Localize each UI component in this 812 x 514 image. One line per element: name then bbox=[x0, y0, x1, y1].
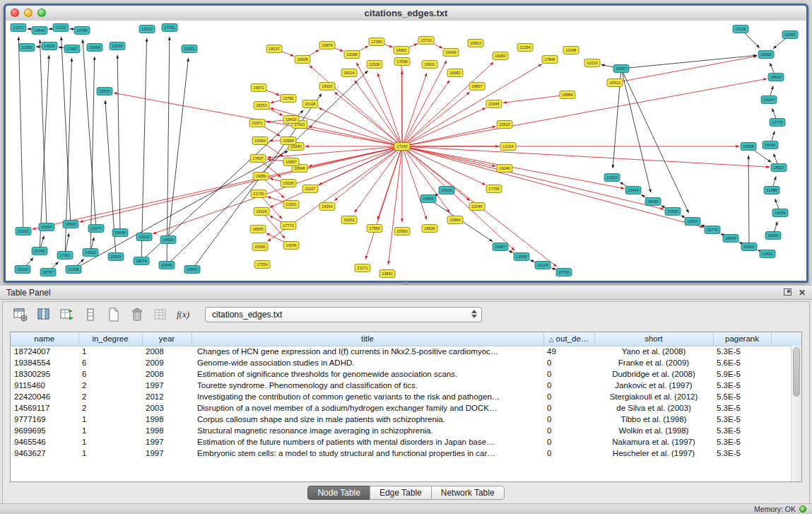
graph-node[interactable]: 22068 bbox=[344, 51, 360, 59]
graph-node[interactable]: 17497 bbox=[64, 45, 80, 53]
graph-node[interactable]: 13207 bbox=[685, 218, 700, 226]
graph-node[interactable]: 14642 bbox=[32, 27, 47, 35]
graph-node[interactable]: 12071 bbox=[11, 24, 26, 32]
graph-node[interactable]: 16630 bbox=[765, 232, 781, 240]
graph-node[interactable]: 20345 bbox=[486, 100, 502, 108]
graph-node[interactable]: 20683 bbox=[281, 137, 296, 145]
graph-node[interactable]: 17846 bbox=[542, 56, 558, 64]
graph-edge[interactable] bbox=[309, 127, 402, 146]
float-panel-icon[interactable] bbox=[784, 288, 792, 297]
graph-node[interactable]: 21536 bbox=[367, 61, 382, 69]
graph-node[interactable]: 17254 bbox=[254, 261, 270, 269]
graph-edge[interactable] bbox=[355, 81, 402, 146]
column-header-filler[interactable] bbox=[771, 332, 801, 346]
close-window-button[interactable] bbox=[11, 8, 19, 17]
graph-node[interactable]: 16920 bbox=[319, 83, 335, 90]
zoom-window-button[interactable] bbox=[37, 8, 46, 17]
graph-edge[interactable] bbox=[153, 146, 402, 234]
graph-node[interactable]: 14046 bbox=[283, 242, 299, 250]
graph-node[interactable]: 12164 bbox=[500, 143, 516, 151]
graph-node[interactable]: 12923 bbox=[604, 174, 620, 182]
table-import-icon[interactable] bbox=[58, 305, 76, 324]
new-file-icon[interactable] bbox=[105, 305, 123, 324]
table-row[interactable]: 911546021997Tourette syndrome. Phenomeno… bbox=[11, 380, 801, 391]
graph-node[interactable]: 18506 bbox=[63, 221, 78, 228]
graph-node[interactable]: 16216 bbox=[15, 266, 30, 274]
table-row[interactable]: 946362711997Embryonic stem cells: a mode… bbox=[11, 448, 801, 459]
tab-node-table[interactable]: Node Table bbox=[307, 486, 370, 500]
graph-node[interactable]: 20352 bbox=[182, 45, 197, 53]
column-header-in_degree[interactable]: in_degree bbox=[78, 332, 142, 346]
graph-node[interactable]: 13491 bbox=[760, 250, 775, 258]
graph-node[interactable]: 15782 bbox=[281, 95, 296, 103]
delete-icon[interactable] bbox=[128, 305, 146, 324]
graph-node[interactable]: 16251 bbox=[341, 216, 357, 224]
graph-node[interactable]: 21790 bbox=[32, 247, 47, 255]
graph-node[interactable]: 18253 bbox=[254, 102, 269, 110]
table-settings-icon[interactable] bbox=[11, 305, 30, 324]
graph-node[interactable]: 18137 bbox=[266, 45, 282, 53]
graph-node[interactable]: 15494 bbox=[625, 187, 641, 194]
graph-node[interactable]: 20449 bbox=[443, 49, 459, 57]
graph-node[interactable]: 21358 bbox=[66, 266, 81, 274]
table-scrollbar[interactable] bbox=[791, 346, 801, 481]
graph-edge[interactable] bbox=[402, 146, 495, 166]
graph-node[interactable]: 21488 bbox=[764, 187, 779, 194]
column-header-name[interactable]: name bbox=[11, 332, 78, 346]
graph-node[interactable]: 16382 bbox=[447, 69, 463, 77]
graph-node[interactable]: 21555 bbox=[782, 31, 798, 39]
graph-node[interactable]: 19874 bbox=[319, 42, 335, 49]
column-header-short[interactable]: short bbox=[594, 332, 713, 346]
graph-node[interactable]: 15523 bbox=[497, 121, 512, 129]
graph-node[interactable]: 18930 bbox=[422, 225, 437, 233]
graph-node[interactable]: 16224 bbox=[254, 208, 269, 216]
column-header-title[interactable]: title bbox=[192, 332, 543, 346]
graph-node[interactable]: 16671 bbox=[251, 84, 266, 92]
graph-node[interactable]: 20265 bbox=[16, 228, 31, 235]
graph-node[interactable]: 18787 bbox=[40, 269, 56, 276]
graph-node[interactable]: 22045 bbox=[469, 203, 485, 211]
graph-node[interactable]: 19356 bbox=[253, 173, 269, 180]
graph-node[interactable]: 14059 bbox=[772, 209, 788, 217]
graph-node[interactable]: 20920 bbox=[741, 243, 757, 251]
graph-node[interactable]: 15778 bbox=[705, 226, 720, 234]
graph-node[interactable]: 17781 bbox=[162, 24, 177, 32]
graph-node[interactable]: 20930 bbox=[252, 243, 268, 251]
graph-edge[interactable] bbox=[402, 107, 486, 146]
graph-node[interactable]: 18074 bbox=[134, 257, 149, 265]
graph-edge[interactable] bbox=[168, 58, 189, 240]
graph-node[interactable]: 15954 bbox=[447, 216, 463, 224]
graph-edge[interactable] bbox=[40, 55, 49, 251]
graph-node[interactable]: 15493 bbox=[252, 137, 268, 145]
graph-node[interactable]: 12355 bbox=[19, 44, 35, 52]
table-row[interactable]: 1938455462009Genome-wide association stu… bbox=[11, 357, 801, 368]
graph-node[interactable]: 18984 bbox=[560, 91, 575, 99]
graph-edge[interactable] bbox=[389, 146, 402, 264]
network-canvas[interactable]: 1724012164160461775522045159541893020560… bbox=[6, 21, 806, 281]
table-row[interactable]: 1456911722003Disruption of a novel membe… bbox=[11, 402, 801, 414]
graph-node[interactable]: 15934 bbox=[39, 223, 54, 231]
graph-node[interactable]: 11548 bbox=[563, 47, 579, 54]
graph-edge[interactable] bbox=[402, 78, 767, 146]
graph-node[interactable]: 18065 bbox=[645, 198, 661, 206]
graph-node[interactable]: 20636 bbox=[665, 208, 681, 216]
graph-node[interactable]: 20510 bbox=[97, 88, 112, 95]
table-row[interactable]: 969969511998Structural magnetic resonanc… bbox=[11, 425, 801, 436]
graph-node[interactable]: 20987 bbox=[493, 243, 508, 251]
graph-node[interactable]: 12639 bbox=[110, 42, 125, 50]
graph-node[interactable]: 16346 bbox=[763, 141, 778, 149]
graph-node[interactable]: 21167 bbox=[302, 185, 318, 193]
minimize-window-button[interactable] bbox=[24, 8, 33, 17]
graph-node[interactable]: 17240 bbox=[394, 143, 410, 151]
graph-node[interactable]: 14126 bbox=[733, 25, 748, 33]
graph-edge[interactable] bbox=[615, 56, 757, 83]
graph-node[interactable]: 20118 bbox=[302, 100, 318, 108]
table-row[interactable]: 946554611997Estimation of the future num… bbox=[11, 436, 801, 448]
table-row[interactable]: 2242004622012Investigating the contribut… bbox=[11, 391, 801, 402]
graph-edge[interactable] bbox=[319, 107, 402, 146]
graph-edge[interactable] bbox=[402, 64, 542, 146]
graph-node[interactable]: 21204 bbox=[761, 96, 777, 104]
graph-node[interactable]: 18419 bbox=[283, 116, 299, 124]
network-window-titlebar[interactable]: citations_edges.txt bbox=[6, 6, 806, 21]
table-row[interactable]: 977716911998Corpus callosum shape and si… bbox=[11, 414, 801, 425]
